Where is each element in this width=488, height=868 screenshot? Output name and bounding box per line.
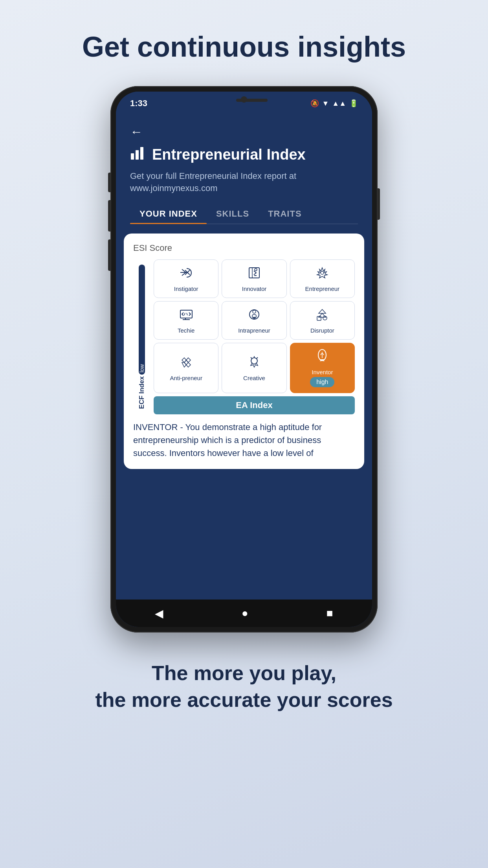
- nav-bar: ◀ ● ■: [116, 600, 372, 627]
- intrapreneur-label: Intrapreneur: [238, 327, 270, 334]
- tab-skills[interactable]: SKILLS: [207, 204, 259, 224]
- grid-cell-inventor[interactable]: Inventor high: [290, 343, 355, 393]
- ecf-index-label: ECF Index: [138, 376, 146, 409]
- svg-point-8: [255, 268, 257, 271]
- techie-label: Techie: [178, 327, 194, 334]
- svg-rect-1: [136, 150, 139, 160]
- phone-mockup: 1:33 🔕 ▼ ▲▲ 🔋 ←: [110, 86, 378, 636]
- signal-icon: ▲▲: [332, 99, 346, 108]
- grid-outer: low ECF Index: [133, 259, 355, 414]
- status-time: 1:33: [130, 98, 147, 108]
- volume-up-button: [108, 200, 110, 232]
- battery-icon: 🔋: [349, 99, 358, 108]
- grid-main: Instigator: [154, 259, 355, 414]
- icon-grid: Instigator: [154, 259, 355, 393]
- phone-screen: 1:33 🔕 ▼ ▲▲ 🔋 ←: [116, 92, 372, 627]
- app-title-row: Entrepreneurial Index: [130, 145, 358, 164]
- tabs-row: YOUR INDEX SKILLS TRAITS: [130, 204, 358, 224]
- svg-line-23: [251, 357, 252, 359]
- disruptor-label: Disruptor: [310, 327, 334, 334]
- grid-cell-creative[interactable]: Creative: [222, 343, 286, 393]
- svg-rect-0: [131, 153, 134, 160]
- innovator-icon: [247, 265, 262, 282]
- high-badge: high: [310, 377, 334, 387]
- volume-silent-button: [108, 173, 110, 192]
- disruptor-icon: [315, 307, 330, 324]
- svg-rect-6: [249, 268, 259, 278]
- creative-icon: [247, 355, 262, 371]
- intrapreneur-icon: [247, 307, 262, 324]
- bar-chart-icon: [130, 145, 146, 164]
- instigator-icon: [179, 265, 194, 282]
- page-title: Get continuous insights: [59, 31, 429, 63]
- ecf-bar: low: [139, 265, 145, 375]
- svg-point-9: [321, 271, 324, 274]
- low-label: low: [139, 364, 145, 373]
- tab-your-index[interactable]: YOUR INDEX: [130, 204, 207, 224]
- grid-cell-innovator[interactable]: Innovator: [222, 259, 286, 298]
- grid-cell-antipreneur[interactable]: Anti-preneur: [154, 343, 218, 393]
- ecf-label-wrapper: low ECF Index: [133, 259, 150, 414]
- back-button[interactable]: ←: [130, 125, 143, 139]
- app-title: Entrepreneurial Index: [152, 146, 306, 163]
- grid-cell-instigator[interactable]: Instigator: [154, 259, 218, 298]
- antipreneur-label: Anti-preneur: [170, 375, 202, 381]
- svg-line-24: [257, 357, 258, 359]
- ea-index-bar: EA Index: [154, 396, 355, 414]
- app-header: ← Entrepreneurial Index G: [116, 115, 372, 224]
- nav-home-button[interactable]: ●: [242, 607, 248, 620]
- svg-rect-2: [140, 147, 143, 160]
- nav-back-button[interactable]: ◀: [155, 607, 163, 620]
- status-bar: 1:33 🔕 ▼ ▲▲ 🔋: [116, 92, 372, 115]
- svg-line-19: [186, 360, 188, 362]
- bottom-text: The more you play,the more accurate your…: [64, 660, 424, 713]
- speaker: [236, 99, 268, 102]
- esi-card: ESI Score low ECF Index: [124, 234, 364, 469]
- entrepreneur-label: Entrepreneur: [305, 285, 340, 292]
- grid-cell-intrapreneur[interactable]: Intrapreneur: [222, 301, 286, 340]
- esi-score-label: ESI Score: [133, 243, 355, 253]
- screen-content: ← Entrepreneurial Index G: [116, 115, 372, 627]
- antipreneur-icon: [179, 355, 194, 371]
- svg-point-14: [253, 310, 256, 313]
- volume-down-button: [108, 239, 110, 271]
- description-text: INVENTOR - You demonstrate a high aptitu…: [133, 421, 355, 460]
- innovator-label: Innovator: [242, 285, 267, 292]
- status-icons: 🔕 ▼ ▲▲ 🔋: [310, 99, 358, 108]
- instigator-label: Instigator: [174, 285, 198, 292]
- entrepreneur-icon: [315, 265, 330, 282]
- mute-icon: 🔕: [310, 99, 319, 108]
- power-button: [378, 188, 380, 220]
- inventor-label: Inventor: [312, 369, 333, 375]
- techie-icon: [179, 307, 194, 324]
- app-subtitle: Get your full Entrepreneurial Index repo…: [130, 170, 358, 195]
- grid-cell-disruptor[interactable]: Disruptor: [290, 301, 355, 340]
- phone-body: 1:33 🔕 ▼ ▲▲ 🔋 ←: [110, 86, 378, 633]
- nav-square-button[interactable]: ■: [327, 607, 333, 620]
- grid-cell-techie[interactable]: Techie: [154, 301, 218, 340]
- creative-label: Creative: [243, 375, 265, 381]
- grid-cell-entrepreneur[interactable]: Entrepreneur: [290, 259, 355, 298]
- svg-line-20: [184, 362, 186, 365]
- wifi-icon: ▼: [322, 99, 329, 108]
- tab-traits[interactable]: TRAITS: [259, 204, 311, 224]
- inventor-icon: [315, 349, 330, 366]
- svg-line-18: [184, 360, 186, 362]
